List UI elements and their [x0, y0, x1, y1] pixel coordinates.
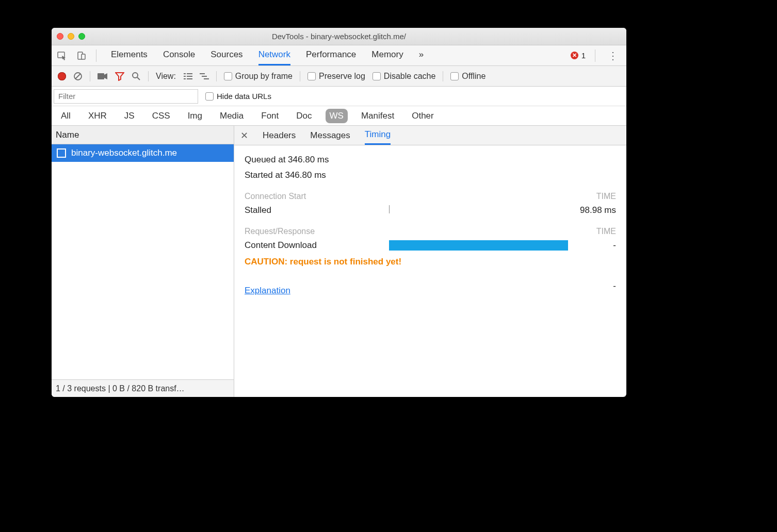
window-titlebar: DevTools - binary-websocket.glitch.me/ — [52, 28, 626, 45]
tab-console[interactable]: Console — [163, 45, 195, 65]
content-download-label: Content Download — [245, 240, 389, 251]
request-name: binary-websocket.glitch.me — [71, 148, 177, 158]
type-img[interactable]: Img — [184, 109, 206, 123]
waterfall-view-icon[interactable] — [200, 73, 209, 80]
panel-tabs: Elements Console Sources Network Perform… — [111, 45, 424, 65]
more-menu-icon[interactable]: ⋮ — [605, 49, 621, 62]
type-all[interactable]: All — [57, 109, 75, 123]
error-count: 1 — [581, 51, 586, 60]
connection-start-header: Connection Start TIME — [245, 192, 616, 201]
stalled-row: Stalled 98.98 ms — [245, 205, 616, 215]
filter-icon[interactable] — [115, 72, 124, 81]
group-by-frame-label: Group by frame — [235, 72, 293, 81]
queued-at: Queued at 346.80 ms — [245, 155, 616, 165]
detail-panel: ✕ Headers Messages Timing Queued at 346.… — [234, 126, 626, 397]
svg-line-7 — [137, 77, 140, 80]
connection-start-label: Connection Start — [245, 192, 306, 201]
stalled-value: 98.98 ms — [580, 205, 616, 215]
type-other[interactable]: Other — [408, 109, 438, 123]
tab-sources[interactable]: Sources — [211, 45, 242, 65]
time-header-1: TIME — [596, 192, 616, 201]
offline-checkbox[interactable]: Offline — [450, 72, 485, 81]
devtools-window: DevTools - binary-websocket.glitch.me/ E… — [52, 28, 626, 397]
type-css[interactable]: CSS — [148, 109, 174, 123]
request-response-label: Request/Response — [245, 227, 315, 236]
timing-body: Queued at 346.80 ms Started at 346.80 ms… — [234, 145, 626, 397]
type-media[interactable]: Media — [216, 109, 248, 123]
tab-memory[interactable]: Memory — [371, 45, 403, 65]
svg-rect-2 — [82, 54, 85, 59]
caution-text: CAUTION: request is not finished yet! — [245, 257, 616, 267]
tab-elements[interactable]: Elements — [111, 45, 148, 65]
filter-bar: Hide data URLs — [52, 87, 626, 106]
type-xhr[interactable]: XHR — [84, 109, 111, 123]
tabs-overflow[interactable]: » — [419, 45, 424, 65]
large-rows-icon[interactable] — [183, 73, 192, 80]
request-row[interactable]: binary-websocket.glitch.me — [52, 144, 234, 162]
type-font[interactable]: Font — [257, 109, 283, 123]
content-download-value: - — [613, 240, 616, 251]
view-label: View: — [156, 72, 176, 81]
hide-data-urls-checkbox[interactable]: Hide data URLs — [205, 92, 271, 101]
request-list-column: Name binary-websocket.glitch.me 1 / 3 re… — [52, 126, 234, 397]
request-response-header: Request/Response TIME — [245, 227, 616, 236]
type-doc[interactable]: Doc — [292, 109, 316, 123]
explanation-row: Explanation - — [245, 276, 616, 296]
tab-performance[interactable]: Performance — [306, 45, 356, 65]
hide-data-urls-label: Hide data URLs — [217, 92, 271, 101]
detail-tab-messages[interactable]: Messages — [310, 127, 350, 144]
disable-cache-checkbox[interactable]: Disable cache — [373, 72, 436, 81]
disable-cache-label: Disable cache — [384, 72, 436, 81]
type-ws[interactable]: WS — [326, 109, 348, 123]
error-icon: ✕ — [571, 52, 578, 59]
request-list: binary-websocket.glitch.me — [52, 144, 234, 379]
type-manifest[interactable]: Manifest — [357, 109, 398, 123]
separator — [595, 49, 595, 62]
tab-network[interactable]: Network — [258, 45, 290, 65]
content-area: Name binary-websocket.glitch.me 1 / 3 re… — [52, 126, 626, 397]
camera-icon[interactable] — [98, 73, 108, 80]
panel-tabbar: Elements Console Sources Network Perform… — [52, 45, 626, 66]
minimize-window-button[interactable] — [68, 33, 74, 40]
preserve-log-checkbox[interactable]: Preserve log — [307, 72, 365, 81]
explanation-value: - — [613, 281, 616, 291]
network-toolbar: View: Group by frame Preserve log Disabl… — [52, 66, 626, 87]
close-window-button[interactable] — [57, 33, 63, 40]
detail-tab-timing[interactable]: Timing — [365, 126, 391, 145]
name-column-header[interactable]: Name — [52, 126, 234, 144]
svg-point-6 — [133, 73, 138, 78]
svg-line-4 — [75, 74, 80, 79]
detail-tab-headers[interactable]: Headers — [263, 127, 296, 144]
filter-input[interactable] — [54, 89, 198, 104]
explanation-link[interactable]: Explanation — [245, 286, 290, 296]
traffic-lights — [57, 33, 85, 40]
preserve-log-label: Preserve log — [319, 72, 365, 81]
stalled-label: Stalled — [245, 205, 389, 215]
close-detail-icon[interactable]: ✕ — [240, 130, 248, 141]
record-button[interactable] — [58, 72, 66, 80]
svg-rect-5 — [98, 73, 104, 79]
group-by-frame-checkbox[interactable]: Group by frame — [224, 72, 293, 81]
separator — [96, 49, 96, 62]
type-js[interactable]: JS — [120, 109, 139, 123]
content-download-row: Content Download - — [245, 240, 616, 251]
content-download-bar — [389, 240, 568, 251]
device-toggle-icon[interactable] — [76, 51, 87, 61]
search-icon[interactable] — [132, 72, 141, 81]
type-filter-bar: All XHR JS CSS Img Media Font Doc WS Man… — [52, 106, 626, 126]
detail-tabs: ✕ Headers Messages Timing — [234, 126, 626, 145]
clear-icon[interactable] — [73, 72, 83, 81]
inspect-element-icon[interactable] — [57, 51, 67, 61]
window-title: DevTools - binary-websocket.glitch.me/ — [52, 32, 626, 41]
started-at: Started at 346.80 ms — [245, 170, 616, 180]
status-summary: 1 / 3 requests | 0 B / 820 B transf… — [52, 379, 234, 397]
offline-label: Offline — [462, 72, 485, 81]
time-header-2: TIME — [596, 227, 616, 236]
websocket-icon — [57, 148, 66, 158]
zoom-window-button[interactable] — [78, 33, 85, 40]
error-indicator[interactable]: ✕ 1 — [571, 51, 586, 60]
